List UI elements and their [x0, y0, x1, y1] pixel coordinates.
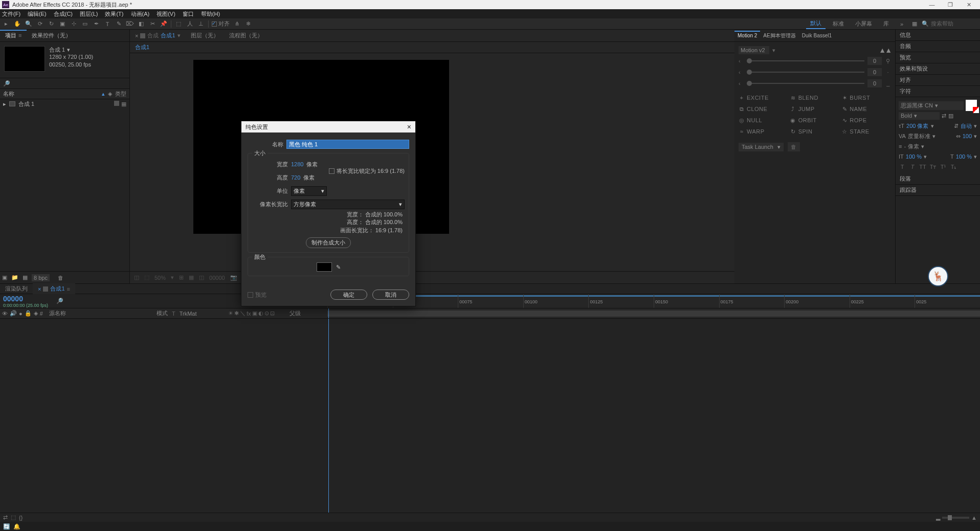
menu-edit[interactable]: 编辑(E) [28, 10, 47, 18]
snap-toggle[interactable]: 对齐 [212, 20, 230, 28]
viewer-tab-comp[interactable]: ×合成 合成1 ▾ [130, 30, 186, 41]
preview-checkbox[interactable]: 预览 [248, 291, 266, 299]
timeline-search[interactable]: 🔎 [56, 298, 63, 304]
lock-aspect-checkbox[interactable]: 将长宽比锁定为 16:9 (1.78) [329, 158, 405, 184]
character-panel-header[interactable]: 字符 [896, 86, 980, 97]
motion-burst[interactable]: ✶BURST [841, 93, 891, 102]
timecode-display[interactable]: 00000 [209, 275, 225, 281]
tab-close-icon[interactable]: × [135, 33, 138, 39]
fill-color-swatch[interactable] [966, 100, 977, 111]
tracking-value[interactable]: 100 [963, 133, 972, 139]
rope-icon[interactable]: ⎯ [885, 80, 891, 86]
width-value[interactable]: 1280 [291, 161, 303, 167]
tracker-panel-header[interactable]: 跟踪器 [896, 185, 980, 196]
cancel-button[interactable]: 取消 [372, 290, 409, 300]
workspace-reset-icon[interactable]: ▦ [910, 20, 919, 28]
col-trkmat[interactable]: TrkMat [180, 311, 197, 317]
motion-preset-dropdown[interactable]: Motion v2 [739, 46, 769, 54]
render-queue-tab[interactable]: 渲染队列 [0, 283, 33, 294]
selection-tool[interactable]: ▸ [2, 20, 10, 28]
motion-slider-3[interactable] [747, 83, 864, 84]
motion-warp[interactable]: ≈WARP [739, 127, 788, 136]
faux-bold-icon[interactable]: T [899, 164, 906, 170]
preview-panel-header[interactable]: 预览 [896, 52, 980, 63]
snap-opt1-icon[interactable]: ⋔ [233, 20, 241, 28]
toggle-modes-icon[interactable]: ⬚ [11, 514, 16, 521]
label-col-icon[interactable]: ◈ [34, 310, 38, 317]
zoom-value[interactable]: 50% [154, 275, 166, 281]
minimize-button[interactable]: ― [923, 2, 941, 8]
time-ruler[interactable]: 00025 00050 00075 00100 00125 00150 0017… [327, 294, 980, 308]
motion-excite[interactable]: +EXCITE [739, 93, 788, 102]
motion-null[interactable]: ◎NULL [739, 116, 788, 125]
alpha-icon[interactable]: ◫ [134, 274, 139, 281]
toggle-brackets-icon[interactable]: {} [19, 515, 23, 521]
comp-thumbnail[interactable] [4, 46, 45, 72]
motion-slider-1[interactable] [747, 60, 864, 61]
motion-slider-2[interactable] [747, 72, 864, 73]
new-comp-icon[interactable]: ▦ [23, 274, 28, 281]
breadcrumb-comp[interactable]: 合成1 [135, 43, 149, 51]
menu-help[interactable]: 帮助(H) [201, 10, 220, 18]
project-tab[interactable]: 项目≡ [0, 30, 27, 41]
motion-clone[interactable]: ⧉CLONE [739, 104, 788, 114]
faux-italic-icon[interactable]: T [909, 164, 916, 170]
make-comp-size-button[interactable]: 制作合成大小 [306, 237, 351, 248]
notification-icon[interactable]: 🔔 [13, 523, 20, 530]
viewer-tab-layer[interactable]: 图层（无） [186, 30, 224, 41]
allcaps-icon[interactable]: TT [919, 164, 926, 170]
motion-name[interactable]: ✎NAME [841, 104, 891, 114]
label-color-icon[interactable] [114, 101, 119, 106]
duik-tab[interactable]: Duik Bassel1 [799, 31, 835, 40]
font-size-value[interactable]: 200 像素 [906, 122, 928, 130]
menu-effect[interactable]: 效果(T) [105, 10, 123, 18]
workspace-library[interactable]: 库 [879, 19, 893, 29]
project-search[interactable]: 🔎 [0, 78, 129, 89]
workspace-small[interactable]: 小屏幕 [851, 19, 876, 29]
motion-jump[interactable]: ⤴JUMP [790, 104, 840, 114]
workspace-more[interactable]: » [896, 20, 907, 28]
sort-caret-icon[interactable]: ▴ [102, 91, 105, 97]
local-axis-icon[interactable]: ⬚ [174, 20, 183, 28]
col-parent[interactable]: 父级 [287, 308, 327, 318]
align-panel-header[interactable]: 对齐 [896, 75, 980, 86]
swap-colors-icon[interactable]: ⇄ [942, 113, 946, 119]
task-delete-icon[interactable]: 🗑 [788, 142, 800, 151]
viewer-canvas[interactable] [130, 53, 734, 271]
col-source-name[interactable]: 源名称 [47, 308, 154, 318]
stroke-unit[interactable]: 像素 [908, 143, 919, 150]
hscale-value[interactable]: 100 % [956, 153, 972, 160]
close-button[interactable]: ✕ [960, 2, 978, 8]
viewer-tab-flowchart[interactable]: 流程图（无） [224, 30, 268, 41]
motion-orbit[interactable]: ◉ORBIT [790, 116, 840, 125]
timeline-layer-list[interactable] [0, 319, 327, 513]
motion-blend[interactable]: ≋BLEND [790, 93, 840, 102]
motion-value-3[interactable]: 0 [867, 79, 882, 87]
task-launch-dropdown[interactable]: Task Launch▾ [739, 143, 784, 151]
project-item-row[interactable]: ▸ 合成 1 ▦ [0, 99, 129, 108]
script-manager-tab[interactable]: AE脚本管理器 [760, 30, 798, 41]
eraser-tool[interactable]: ◧ [137, 20, 145, 28]
shape-tool[interactable]: ▭ [81, 20, 89, 28]
timeline-comp-tab[interactable]: ×合成1 ≡ [33, 283, 75, 294]
superscript-icon[interactable]: T¹ [940, 164, 947, 170]
puppet-tool[interactable]: 📌 [160, 20, 168, 28]
font-weight-dropdown[interactable]: Bold▾ [899, 112, 940, 120]
sync-icon[interactable]: 🔄 [3, 523, 10, 530]
info-panel-header[interactable]: 信息 [896, 30, 980, 41]
unit-dropdown[interactable]: 像素▾ [291, 186, 327, 196]
motion-value-1[interactable]: 0 [867, 57, 882, 65]
menu-layer[interactable]: 图层(L) [80, 10, 98, 18]
par-dropdown[interactable]: 方形像素▾ [291, 200, 405, 209]
interpret-icon[interactable]: ▣ [2, 274, 7, 281]
col-name[interactable]: 名称 [3, 90, 14, 98]
timeline-zoom[interactable]: ▂▲ [936, 514, 977, 521]
subscript-icon[interactable]: T₁ [950, 164, 957, 170]
twirl-icon[interactable]: ▸ [3, 101, 6, 107]
ok-button[interactable]: 确定 [330, 290, 367, 300]
workspace-default[interactable]: 默认 [806, 18, 826, 29]
no-fill-icon[interactable]: ▨ [948, 113, 953, 119]
zoom-tool[interactable]: 🔍 [25, 20, 33, 28]
effects-presets-header[interactable]: 效果和预设 [896, 63, 980, 75]
snapshot-icon[interactable]: 📷 [230, 274, 237, 281]
